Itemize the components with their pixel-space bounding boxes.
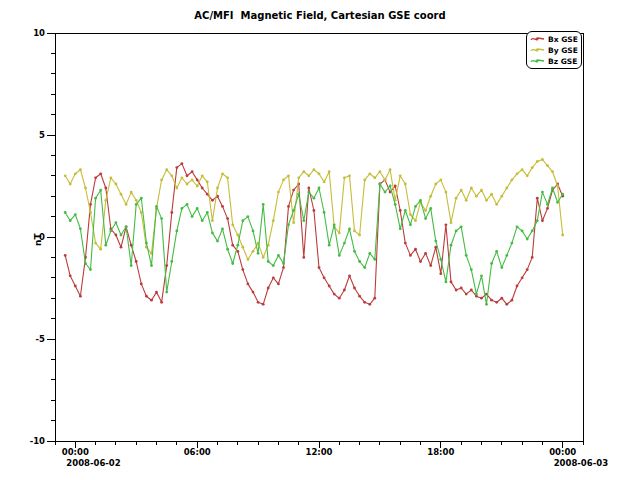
legend-item-label: Bz GSE bbox=[548, 57, 577, 66]
svg-text:5: 5 bbox=[39, 130, 45, 140]
by-line-sample-icon bbox=[530, 46, 545, 54]
legend-item-bz: Bz GSE bbox=[530, 56, 578, 66]
svg-text:-10: -10 bbox=[30, 436, 45, 446]
svg-text:12:00: 12:00 bbox=[305, 447, 332, 457]
legend-item-label: By GSE bbox=[548, 46, 578, 55]
y-axis-label: nT bbox=[33, 233, 43, 246]
svg-text:18:00: 18:00 bbox=[427, 447, 454, 457]
legend-item-bx: Bx GSE bbox=[530, 34, 578, 44]
svg-text:2008-06-02: 2008-06-02 bbox=[66, 458, 120, 468]
svg-text:00:00: 00:00 bbox=[62, 447, 89, 457]
svg-text:-5: -5 bbox=[36, 334, 46, 344]
legend: Bx GSE By GSE Bz GSE bbox=[526, 31, 582, 69]
bx-line-sample-icon bbox=[530, 35, 545, 43]
legend-item-label: Bx GSE bbox=[548, 35, 578, 44]
chart-title: AC/MFI Magnetic Field, Cartesian GSE coo… bbox=[0, 10, 640, 21]
bz-line-sample-icon bbox=[530, 57, 545, 65]
svg-text:10: 10 bbox=[33, 28, 45, 38]
svg-text:00:00: 00:00 bbox=[549, 447, 576, 457]
chart-canvas: 1050-5-1000:002008-06-0206:0012:0018:000… bbox=[0, 0, 640, 480]
svg-text:06:00: 06:00 bbox=[184, 447, 211, 457]
svg-text:2008-06-03: 2008-06-03 bbox=[554, 458, 608, 468]
legend-item-by: By GSE bbox=[530, 45, 578, 55]
